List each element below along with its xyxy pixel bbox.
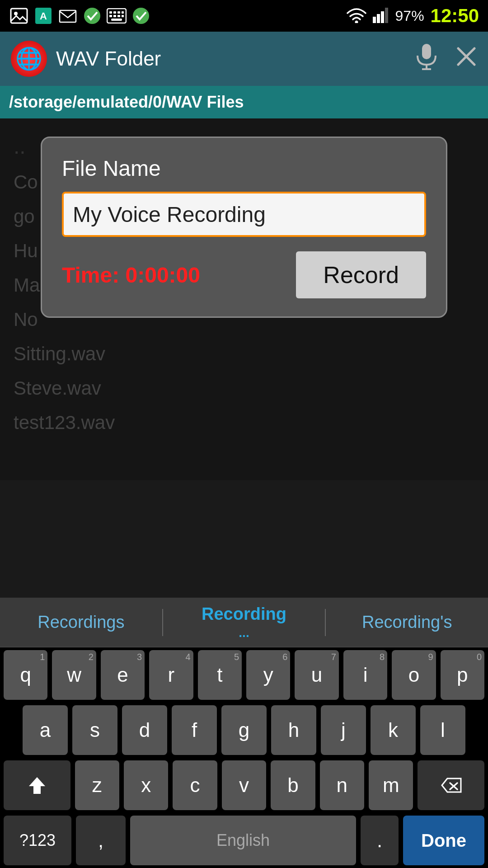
key-a[interactable]: a — [23, 705, 68, 755]
key-o[interactable]: 9o — [392, 650, 436, 700]
key-u[interactable]: 7u — [295, 650, 338, 700]
status-bar: A 97% 12:50 — [0, 0, 488, 32]
close-icon[interactable] — [455, 46, 477, 72]
mic-icon[interactable] — [416, 43, 437, 75]
check2-icon — [131, 6, 151, 26]
keyboard-row3: z x c v b n m — [0, 758, 488, 813]
svg-rect-19 — [377, 14, 380, 23]
dialog-footer: Time: 0:00:00 Record — [62, 251, 426, 298]
key-y[interactable]: 6y — [246, 650, 290, 700]
svg-rect-21 — [385, 8, 388, 23]
wifi-icon — [347, 7, 366, 25]
key-c[interactable]: c — [173, 760, 217, 810]
svg-point-1 — [14, 12, 18, 15]
time-display: Time: 0:00:00 — [62, 263, 200, 288]
key-s[interactable]: s — [72, 705, 117, 755]
autocomplete-recordings[interactable]: Recordings — [0, 598, 162, 647]
period-key[interactable]: . — [361, 816, 399, 865]
svg-rect-28 — [33, 792, 41, 794]
key-w[interactable]: 2w — [52, 650, 96, 700]
key-k[interactable]: k — [371, 705, 416, 755]
keyboard-row1: 1q 2w 3e 4r 5t 6y 7u 8i 9o 0p — [0, 647, 488, 703]
status-icons-left: A — [9, 6, 151, 26]
svg-rect-15 — [111, 19, 122, 21]
svg-rect-22 — [422, 44, 431, 59]
image-icon — [9, 6, 29, 26]
app-title: WAV Folder — [56, 47, 407, 70]
record-dialog: File Name Time: 0:00:00 Record — [41, 137, 447, 318]
path-bar: /storage/emulated/0/WAV Files — [0, 86, 488, 118]
path-text: /storage/emulated/0/WAV Files — [9, 93, 244, 112]
svg-rect-14 — [122, 15, 124, 17]
key-e[interactable]: 3e — [101, 650, 145, 700]
key-q[interactable]: 1q — [4, 650, 47, 700]
key-z[interactable]: z — [75, 760, 119, 810]
svg-rect-9 — [117, 11, 120, 14]
check1-icon — [82, 6, 102, 26]
svg-point-17 — [355, 21, 358, 24]
svg-rect-0 — [11, 9, 27, 23]
keyboard-icon — [107, 6, 127, 26]
svg-rect-13 — [117, 15, 120, 17]
svg-marker-27 — [29, 777, 45, 793]
key-d[interactable]: d — [122, 705, 167, 755]
status-icons-right: 97% 12:50 — [347, 5, 479, 27]
svg-point-16 — [133, 8, 149, 24]
done-key[interactable]: Done — [403, 816, 484, 865]
record-button[interactable]: Record — [296, 251, 426, 298]
autocomplete-row: Recordings Recording Recording's — [0, 598, 488, 647]
svg-rect-18 — [373, 17, 376, 23]
keyboard-row4: ?123 , English . Done — [0, 813, 488, 868]
keyboard-area: Recordings Recording Recording's 1q 2w 3… — [0, 598, 488, 868]
time-text: 12:50 — [431, 5, 479, 27]
key-b[interactable]: b — [271, 760, 315, 810]
svg-rect-11 — [109, 15, 112, 17]
numpad-toggle-key[interactable]: ?123 — [4, 816, 71, 865]
modal-overlay: File Name Time: 0:00:00 Record — [0, 118, 488, 480]
key-r[interactable]: 4r — [149, 650, 193, 700]
app-logo — [11, 41, 47, 77]
svg-rect-8 — [113, 11, 116, 14]
app-header: WAV Folder — [0, 32, 488, 86]
svg-text:A: A — [40, 10, 47, 22]
key-v[interactable]: v — [222, 760, 266, 810]
backspace-key[interactable] — [418, 760, 484, 810]
key-j[interactable]: j — [321, 705, 366, 755]
svg-rect-4 — [60, 10, 76, 22]
keyboard-row2: a s d f g h j k l — [0, 703, 488, 758]
svg-rect-7 — [109, 11, 112, 14]
main-content: .. Co go Hu Ma No Sitting.wav Steve.wav … — [0, 118, 488, 480]
key-t[interactable]: 5t — [198, 650, 242, 700]
key-n[interactable]: n — [320, 760, 364, 810]
shift-key[interactable] — [4, 760, 70, 810]
space-key[interactable]: English — [130, 816, 356, 865]
signal-icon — [373, 7, 389, 25]
gmail-icon — [58, 6, 78, 26]
key-m[interactable]: m — [369, 760, 413, 810]
autocomplete-recording[interactable]: Recording — [163, 598, 325, 647]
key-g[interactable]: g — [221, 705, 267, 755]
key-p[interactable]: 0p — [441, 650, 484, 700]
filename-input[interactable] — [62, 192, 426, 237]
svg-point-5 — [84, 8, 100, 24]
comma-key[interactable]: , — [76, 816, 126, 865]
key-f[interactable]: f — [172, 705, 217, 755]
svg-rect-10 — [122, 11, 124, 14]
key-x[interactable]: x — [124, 760, 168, 810]
key-i[interactable]: 8i — [343, 650, 387, 700]
battery-text: 97% — [395, 8, 424, 24]
app-of-day-icon: A — [33, 6, 53, 26]
svg-rect-20 — [381, 11, 384, 23]
autocomplete-recordings-possessive[interactable]: Recording's — [326, 598, 488, 647]
svg-rect-12 — [113, 15, 116, 17]
key-l[interactable]: l — [420, 705, 465, 755]
key-h[interactable]: h — [271, 705, 316, 755]
dialog-title: File Name — [62, 156, 426, 181]
